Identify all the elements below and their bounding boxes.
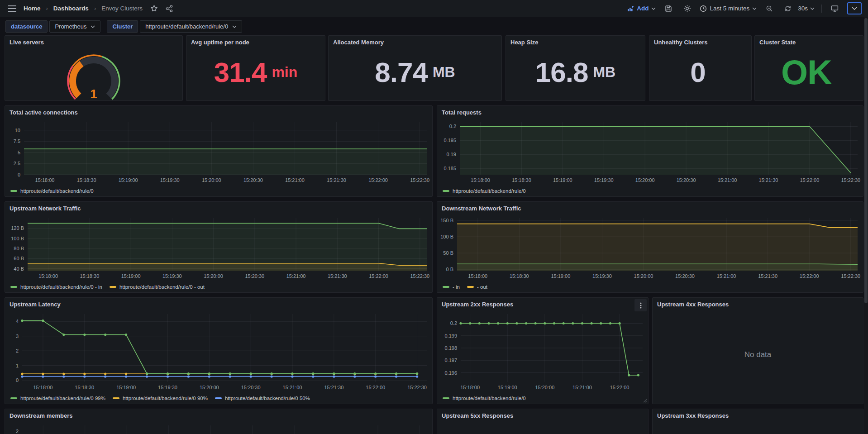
svg-text:80 B: 80 B	[14, 246, 24, 251]
settings-button[interactable]	[681, 3, 693, 14]
total-requests-chart[interactable]: 15:18:0015:18:3015:19:0015:19:3015:20:00…	[438, 119, 862, 196]
add-panel-icon	[627, 5, 634, 12]
legend-label: httproute/default/backend/rule/0 90%	[123, 396, 208, 401]
svg-text:15:20:00: 15:20:00	[202, 177, 221, 183]
legend-item[interactable]: httproute/default/backend/rule/0	[443, 188, 526, 194]
upstream-latency-chart[interactable]: 15:18:0015:18:3015:19:0015:19:3015:20:00…	[6, 310, 431, 403]
panel-title: Upstream Network Traffic	[10, 205, 81, 212]
panel-resize-handle[interactable]	[643, 399, 647, 403]
svg-text:15:22:30: 15:22:30	[410, 273, 429, 279]
svg-text:15:18:30: 15:18:30	[510, 273, 529, 279]
legend-item[interactable]: httproute/default/backend/rule/0	[10, 188, 94, 194]
variable-cluster-label: Cluster	[107, 20, 138, 33]
panel-menu-button[interactable]	[634, 299, 647, 311]
svg-text:0.2: 0.2	[449, 124, 456, 129]
svg-text:15:22:30: 15:22:30	[407, 385, 427, 390]
svg-text:0.2: 0.2	[450, 320, 457, 326]
svg-text:15:20:00: 15:20:00	[204, 273, 223, 279]
svg-text:15:20:00: 15:20:00	[535, 385, 554, 390]
panel-heap-size: Heap Size 16.8MB	[506, 35, 645, 101]
chart-legend: httproute/default/backend/rule/0 99%http…	[10, 396, 310, 401]
gear-icon	[683, 5, 691, 12]
legend-label: httproute/default/backend/rule/0 99%	[20, 396, 105, 401]
svg-text:150 B: 150 B	[440, 218, 453, 223]
svg-text:0.197: 0.197	[444, 358, 457, 363]
svg-text:15:19:00: 15:19:00	[498, 385, 517, 390]
legend-item[interactable]: - out	[467, 284, 487, 290]
panel-total-active-connections: Total active connections 15:18:0015:18:3…	[5, 105, 433, 197]
time-range-picker[interactable]: Last 5 minutes	[700, 5, 757, 12]
breadcrumb-dashboards[interactable]: Dashboards	[53, 5, 89, 12]
upstream-2xx-chart[interactable]: 15:18:0015:19:0015:20:0015:21:0015:22:00…	[438, 310, 647, 403]
stat-value: OK	[755, 47, 863, 98]
svg-text:2.5: 2.5	[14, 161, 20, 166]
legend-item[interactable]: - in	[443, 284, 460, 290]
svg-text:40 B: 40 B	[14, 266, 24, 272]
menu-button[interactable]	[6, 3, 18, 14]
stat-value: 31.4min	[186, 47, 325, 98]
upstream-network-traffic-chart[interactable]: 15:18:0015:18:3015:19:0015:19:3015:20:00…	[6, 215, 431, 291]
refresh-interval-picker[interactable]: 30s	[798, 5, 815, 12]
legend-item[interactable]: httproute/default/backend/rule/0 99%	[10, 396, 105, 401]
svg-text:15:21:30: 15:21:30	[328, 273, 347, 279]
svg-text:15:20:30: 15:20:30	[675, 273, 695, 279]
svg-text:15:19:30: 15:19:30	[158, 385, 177, 390]
svg-text:15:19:00: 15:19:00	[553, 177, 572, 183]
svg-text:15:19:00: 15:19:00	[551, 273, 570, 279]
save-icon	[665, 5, 672, 12]
chart-legend: httproute/default/backend/rule/0	[10, 188, 94, 194]
save-dashboard-button[interactable]	[663, 3, 674, 14]
downstream-network-traffic-chart[interactable]: 15:18:0015:18:3015:19:0015:19:3015:20:00…	[438, 215, 862, 291]
scrollbar-thumb[interactable]	[864, 18, 868, 303]
panel-avg-uptime: Avg uptime per node 31.4min	[186, 35, 325, 101]
breadcrumb-home[interactable]: Home	[24, 5, 41, 12]
variable-cluster-picker[interactable]: httproute/default/backend/rule/0	[140, 20, 242, 33]
svg-text:15:20:00: 15:20:00	[200, 385, 219, 390]
svg-text:15:21:00: 15:21:00	[283, 385, 302, 390]
svg-text:15:21:00: 15:21:00	[718, 177, 737, 183]
tv-mode-button[interactable]	[829, 3, 840, 14]
downstream-members-chart[interactable]: 15:18:0015:18:3015:19:0015:19:3015:20:00…	[6, 422, 431, 434]
svg-text:15:21:30: 15:21:30	[327, 177, 346, 183]
zoom-out-time-button[interactable]	[763, 3, 775, 14]
svg-text:15:21:00: 15:21:00	[286, 273, 306, 279]
svg-text:15:21:30: 15:21:30	[759, 177, 778, 183]
svg-text:15:20:30: 15:20:30	[243, 177, 263, 183]
svg-text:15:19:30: 15:19:30	[594, 177, 614, 183]
svg-text:0.198: 0.198	[444, 345, 457, 351]
svg-text:15:20:00: 15:20:00	[634, 273, 653, 279]
refresh-icon	[784, 5, 792, 12]
add-button[interactable]: Add	[627, 5, 656, 12]
legend-item[interactable]: httproute/default/backend/rule/0 90%	[113, 396, 208, 401]
vertical-scrollbar[interactable]	[864, 17, 868, 434]
legend-item[interactable]: httproute/default/backend/rule/0 50%	[215, 396, 310, 401]
svg-text:1: 1	[90, 87, 97, 100]
chart-legend: httproute/default/backend/rule/0	[443, 188, 526, 194]
favorite-button[interactable]	[148, 3, 160, 14]
svg-text:15:22:00: 15:22:00	[366, 385, 385, 390]
chart-legend: httproute/default/backend/rule/0 - inhtt…	[10, 284, 205, 290]
clock-icon	[700, 5, 707, 12]
svg-text:2: 2	[16, 348, 19, 353]
share-button[interactable]	[163, 3, 175, 14]
collapse-toolbar-button[interactable]	[847, 2, 862, 14]
legend-label: httproute/default/backend/rule/0 - out	[119, 284, 205, 290]
total-active-connections-chart[interactable]: 15:18:0015:18:3015:19:0015:19:3015:20:00…	[6, 119, 431, 196]
legend-item[interactable]: httproute/default/backend/rule/0 - out	[110, 284, 205, 290]
legend-swatch	[113, 397, 119, 399]
variable-datasource-picker[interactable]: Prometheus	[49, 20, 100, 33]
refresh-button[interactable]	[782, 3, 794, 14]
variable-datasource-label: datasource	[5, 20, 48, 33]
svg-text:15:21:30: 15:21:30	[324, 385, 343, 390]
panel-downstream-network-traffic: Downstream Network Traffic 15:18:0015:18…	[437, 201, 863, 293]
panel-live-servers: Live servers 1	[5, 35, 183, 101]
svg-text:15:22:30: 15:22:30	[410, 177, 429, 183]
panel-upstream-4xx: Upstream 4xx Responses No data	[652, 297, 863, 404]
legend-item[interactable]: httproute/default/backend/rule/0 - in	[10, 284, 102, 290]
panel-title: Downstream members	[10, 412, 72, 419]
panel-cluster-state: Cluster State OK	[754, 35, 863, 101]
svg-text:15:22:30: 15:22:30	[841, 177, 860, 183]
legend-item[interactable]: httproute/default/backend/rule/0	[443, 396, 526, 401]
panel-total-requests: Total requests 15:18:0015:18:3015:19:001…	[437, 105, 863, 197]
chevron-down-icon	[852, 7, 857, 10]
